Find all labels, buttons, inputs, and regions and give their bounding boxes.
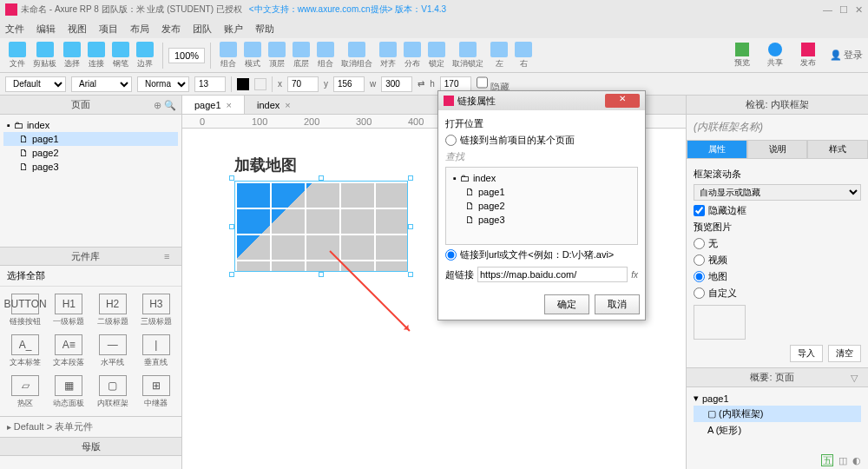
add-page-icon[interactable]: ⊕ [154, 100, 164, 110]
widget-文本标签[interactable]: A_文本标签 [7, 334, 43, 368]
link-url-radio[interactable] [445, 249, 457, 261]
font-family-select[interactable]: Arial [71, 76, 132, 92]
inspector-tab-说明[interactable]: 说明 [747, 140, 808, 159]
y-input[interactable] [333, 76, 365, 92]
close-icon[interactable]: × [227, 100, 232, 110]
w-input[interactable] [381, 76, 412, 92]
zoom-select[interactable]: 100% [168, 48, 205, 63]
fill-swatch[interactable] [254, 78, 266, 90]
fx-button[interactable]: fx [631, 270, 638, 280]
preview-option-地图[interactable]: 地图 [694, 270, 861, 283]
outline-item[interactable]: ▢ (内联框架) [694, 406, 861, 422]
share-icon[interactable] [768, 43, 782, 56]
filter-icon[interactable]: ▽ [851, 373, 861, 383]
tool-分布[interactable]: 分布 [400, 42, 424, 69]
lib-search-label[interactable]: 选择全部 [0, 266, 181, 287]
tool-选择[interactable]: 选择 [60, 42, 84, 69]
menu-视图[interactable]: 视图 [68, 23, 87, 36]
url-input[interactable] [477, 267, 628, 282]
dialog-page-tree[interactable]: ▪ 🗀 index 🗋 page1🗋 page2🗋 page3 [445, 167, 638, 245]
widget-垂直线[interactable]: |垂直线 [138, 334, 174, 368]
link-page-radio[interactable] [445, 135, 457, 146]
support-link[interactable]: <中文支持：www.axure.com.cn提供> 版本：V1.4.3 [249, 3, 446, 16]
menu-文件[interactable]: 文件 [5, 23, 24, 36]
tool-模式[interactable]: 模式 [240, 42, 265, 69]
minimize-icon[interactable]: — [823, 4, 832, 16]
menu-布局[interactable]: 布局 [130, 23, 149, 36]
import-button[interactable]: 导入 [790, 345, 823, 362]
widget-文本段落[interactable]: A≡文本段落 [50, 334, 87, 368]
widget-链接按钮[interactable]: BUTTON链接按钮 [7, 294, 43, 327]
tool-组合[interactable]: 组合 [216, 42, 240, 69]
tool-顶层[interactable]: 顶层 [265, 42, 289, 69]
dialog-page-page2[interactable]: 🗋 page2 [450, 199, 634, 213]
search-icon[interactable]: 🔍 [164, 100, 174, 110]
cancel-button[interactable]: 取消 [595, 294, 640, 314]
iframe-widget[interactable] [234, 181, 408, 272]
widget-三级标题[interactable]: H3三级标题 [138, 294, 174, 327]
preview-icon[interactable] [735, 43, 749, 56]
widget-一级标题[interactable]: H1一级标题 [50, 294, 87, 327]
tool-钢笔[interactable]: 钢笔 [108, 42, 133, 69]
font-size-input[interactable] [194, 76, 226, 92]
tool-左[interactable]: 左 [487, 42, 511, 69]
tool-边界[interactable]: 边界 [133, 42, 157, 69]
font-weight-select[interactable]: Normal [137, 76, 189, 92]
menu-编辑[interactable]: 编辑 [36, 23, 56, 36]
close-icon[interactable]: × [285, 100, 290, 110]
tab-page1[interactable]: page1 × [182, 96, 245, 114]
link-icon[interactable]: ⇄ [418, 79, 424, 89]
tool-取消组合[interactable]: 取消组合 [338, 42, 376, 69]
lib-category[interactable]: ▸ Default > 表单元件 [0, 416, 181, 437]
tool-剪贴板[interactable]: 剪贴板 [30, 42, 60, 69]
lib-menu-icon[interactable]: ≡ [164, 251, 174, 261]
login-button[interactable]: 👤登录 [830, 49, 863, 62]
widget-水平线[interactable]: —水平线 [95, 334, 131, 368]
widget-热区[interactable]: ▱热区 [7, 375, 43, 409]
dialog-page-page1[interactable]: 🗋 page1 [450, 185, 634, 199]
h-input[interactable] [440, 76, 471, 92]
tool-组合[interactable]: 组合 [313, 42, 338, 69]
tool-连接[interactable]: 连接 [84, 42, 108, 69]
outline-item[interactable]: A (矩形) [694, 422, 861, 439]
preview-option-视频[interactable]: 视频 [694, 254, 861, 267]
widget-中继器[interactable]: ⊞中继器 [138, 375, 174, 409]
outline-root[interactable]: ▾ page1 [694, 391, 861, 406]
menu-项目[interactable]: 项目 [99, 23, 118, 36]
ok-button[interactable]: 确定 [544, 294, 589, 314]
hide-border-checkbox[interactable] [694, 205, 705, 216]
page-page1[interactable]: 🗋 page1 [3, 132, 178, 146]
tool-文件[interactable]: 文件 [5, 42, 30, 69]
x-input[interactable] [287, 76, 319, 92]
tool-底层[interactable]: 底层 [289, 42, 313, 69]
hidden-checkbox[interactable] [477, 75, 488, 90]
dialog-close-button[interactable]: ✕ [605, 94, 640, 108]
menu-团队[interactable]: 团队 [193, 23, 212, 36]
inspector-tab-样式[interactable]: 样式 [807, 140, 868, 159]
maximize-icon[interactable]: ☐ [839, 4, 848, 16]
inspector-tab-属性[interactable]: 属性 [687, 140, 747, 159]
color-swatch[interactable] [237, 78, 249, 90]
menu-发布[interactable]: 发布 [161, 23, 181, 36]
preview-option-无[interactable]: 无 [694, 237, 861, 250]
page-page2[interactable]: 🗋 page2 [3, 146, 178, 160]
widget-动态面板[interactable]: ▦动态面板 [50, 375, 87, 409]
close-icon[interactable]: ✕ [855, 4, 863, 16]
scroll-select[interactable]: 自动显示或隐藏 [694, 184, 861, 201]
menu-帮助[interactable]: 帮助 [255, 23, 274, 36]
preview-option-自定义[interactable]: 自定义 [694, 287, 861, 300]
widget-内联框架[interactable]: ▢内联框架 [95, 375, 131, 409]
publish-icon[interactable] [801, 43, 815, 56]
tool-锁定[interactable]: 锁定 [424, 42, 449, 69]
dialog-page-page3[interactable]: 🗋 page3 [450, 213, 634, 227]
page-page3[interactable]: 🗋 page3 [3, 160, 178, 174]
tab-index[interactable]: index × [245, 96, 303, 114]
tool-右[interactable]: 右 [511, 42, 536, 69]
tool-对齐[interactable]: 对齐 [376, 42, 400, 69]
tool-取消锁定[interactable]: 取消锁定 [449, 42, 487, 69]
widget-二级标题[interactable]: H2二级标题 [95, 294, 131, 327]
tree-root[interactable]: ▪ 🗀 index [3, 118, 178, 132]
widget-name-input[interactable]: (内联框架名称) [687, 115, 868, 140]
clear-button[interactable]: 清空 [828, 345, 861, 362]
style-select[interactable]: Default [5, 76, 66, 92]
